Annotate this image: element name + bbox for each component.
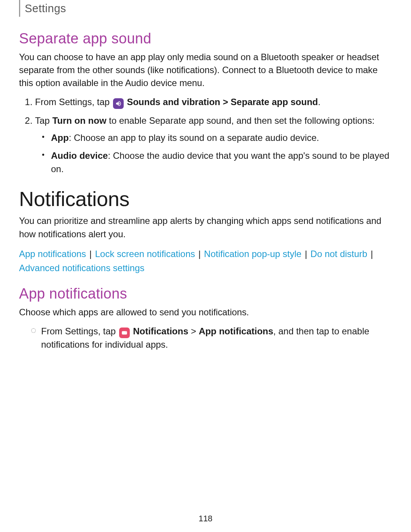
- step-1-bold: Sounds and vibration > Separate app soun…: [124, 97, 318, 107]
- step-1-post: .: [318, 97, 321, 107]
- step-mid: >: [188, 326, 199, 336]
- heading-separate-app-sound: Separate app sound: [19, 30, 392, 47]
- step-2-pre: Tap: [35, 115, 52, 126]
- step-app-notifications: From Settings, tap Notifications > App n…: [41, 325, 392, 351]
- bullet-app-bold: App: [51, 133, 69, 143]
- bullet-app: App: Choose an app to play its sound on …: [49, 131, 392, 145]
- link-separator: |: [371, 249, 373, 259]
- link-advanced-notifications-settings[interactable]: Advanced notifications settings: [19, 263, 145, 273]
- bullet-app-rest: : Choose an app to play its sound on a s…: [69, 133, 319, 143]
- link-separator: |: [198, 249, 201, 259]
- page-number: 118: [0, 514, 411, 524]
- link-notification-popup-style[interactable]: Notification pop-up style: [204, 249, 301, 259]
- steps-app-notifications: From Settings, tap Notifications > App n…: [19, 325, 392, 351]
- step-bold1: Notifications: [131, 326, 188, 336]
- sound-icon: [113, 98, 124, 109]
- paragraph-app-notifications-intro: Choose which apps are allowed to send yo…: [19, 306, 392, 319]
- bullet-audio-device: Audio device: Choose the audio device th…: [49, 149, 392, 176]
- link-app-notifications[interactable]: App notifications: [19, 249, 86, 259]
- svg-point-2: [125, 331, 126, 332]
- section-tab: Settings: [19, 0, 392, 17]
- heading-app-notifications: App notifications: [19, 286, 392, 302]
- step-bold2: App notifications: [199, 326, 273, 336]
- bullet-audio-bold: Audio device: [51, 150, 108, 161]
- notification-links: App notifications | Lock screen notifica…: [19, 247, 392, 275]
- link-do-not-disturb[interactable]: Do not disturb: [311, 249, 367, 259]
- step-1-pre: From Settings, tap: [35, 97, 112, 107]
- paragraph-notifications-intro: You can prioritize and streamline app al…: [19, 214, 392, 240]
- link-lock-screen-notifications[interactable]: Lock screen notifications: [95, 249, 195, 259]
- section-tab-label: Settings: [25, 2, 66, 15]
- step-2-bold: Turn on now: [52, 115, 106, 126]
- step-1: From Settings, tap Sounds and vibration …: [35, 96, 392, 109]
- step-2-post: to enable Separate app sound, and then s…: [107, 115, 375, 126]
- step-pre: From Settings, tap: [41, 326, 118, 336]
- notifications-icon: [119, 328, 130, 338]
- paragraph-separate-intro: You can choose to have an app play only …: [19, 51, 392, 89]
- link-separator: |: [305, 249, 307, 259]
- step-2-bullets: App: Choose an app to play its sound on …: [35, 131, 392, 176]
- steps-separate: From Settings, tap Sounds and vibration …: [19, 96, 392, 176]
- step-2: Tap Turn on now to enable Separate app s…: [35, 114, 392, 176]
- link-separator: |: [89, 249, 92, 259]
- heading-notifications: Notifications: [19, 187, 392, 211]
